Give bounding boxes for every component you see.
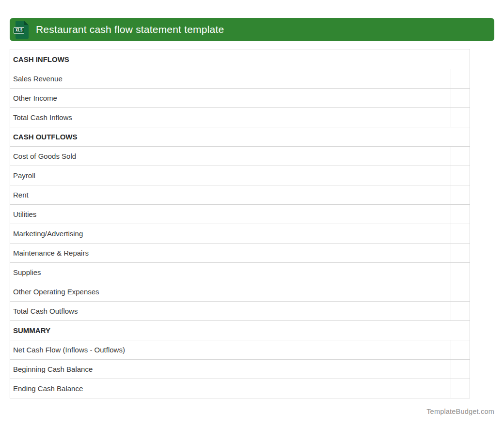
row-value-cell — [451, 166, 470, 185]
section-heading: SUMMARY — [10, 321, 470, 340]
row-label: Other Income — [10, 89, 451, 107]
table-row: Beginning Cash Balance — [10, 359, 470, 379]
table-row: Other Income — [10, 88, 470, 107]
table-row: Other Operating Expenses — [10, 282, 470, 301]
table-row: Total Cash Outflows — [10, 301, 470, 320]
row-value-cell — [451, 185, 470, 204]
row-label: Payroll — [10, 166, 451, 185]
row-value-cell — [451, 379, 470, 398]
table-row: Net Cash Flow (Inflows - Outflows) — [10, 340, 470, 359]
xls-badge: XLS — [14, 27, 24, 34]
row-value-cell — [451, 224, 470, 243]
row-label: Sales Revenue — [10, 69, 451, 88]
table-row: Ending Cash Balance — [10, 379, 470, 398]
table-row: Supplies — [10, 262, 470, 282]
row-label: Net Cash Flow (Inflows - Outflows) — [10, 340, 451, 359]
section-heading-row: CASH INFLOWS — [10, 49, 470, 69]
row-label: Cost of Goods Sold — [10, 147, 451, 166]
row-label: Utilities — [10, 205, 451, 224]
row-label: Marketing/Advertising — [10, 224, 451, 243]
row-value-cell — [451, 89, 470, 107]
row-value-cell — [451, 243, 470, 262]
page-title: Restaurant cash flow statement template — [36, 24, 224, 35]
row-value-cell — [451, 69, 470, 88]
row-value-cell — [451, 302, 470, 320]
site-watermark: TemplateBudget.com — [426, 408, 494, 415]
table-row: Total Cash Inflows — [10, 107, 470, 127]
row-value-cell — [451, 108, 470, 127]
table-row: Sales Revenue — [10, 69, 470, 88]
section-heading-row: SUMMARY — [10, 320, 470, 340]
row-label: Other Operating Expenses — [10, 282, 451, 301]
row-label: Total Cash Inflows — [10, 108, 451, 127]
row-label: Supplies — [10, 263, 451, 282]
row-label: Total Cash Outflows — [10, 302, 451, 320]
table-row: Maintenance & Repairs — [10, 243, 470, 262]
row-label: Rent — [10, 185, 451, 204]
section-heading-row: CASH OUTFLOWS — [10, 127, 470, 146]
section-heading: CASH INFLOWS — [10, 49, 470, 69]
xls-file-icon: XLS — [16, 21, 29, 39]
table-row: Cost of Goods Sold — [10, 146, 470, 166]
cash-flow-table: CASH INFLOWS Sales Revenue Other Income … — [10, 49, 470, 398]
row-label: Maintenance & Repairs — [10, 243, 451, 262]
table-row: Payroll — [10, 166, 470, 185]
table-row: Marketing/Advertising — [10, 224, 470, 243]
row-label: Ending Cash Balance — [10, 379, 451, 398]
row-label: Beginning Cash Balance — [10, 360, 451, 379]
table-row: Utilities — [10, 204, 470, 224]
row-value-cell — [451, 205, 470, 224]
row-value-cell — [451, 263, 470, 282]
row-value-cell — [451, 282, 470, 301]
row-value-cell — [451, 360, 470, 379]
section-heading: CASH OUTFLOWS — [10, 127, 470, 146]
template-banner: XLS Restaurant cash flow statement templ… — [10, 18, 494, 41]
row-value-cell — [451, 147, 470, 166]
table-row: Rent — [10, 185, 470, 204]
row-value-cell — [451, 340, 470, 359]
